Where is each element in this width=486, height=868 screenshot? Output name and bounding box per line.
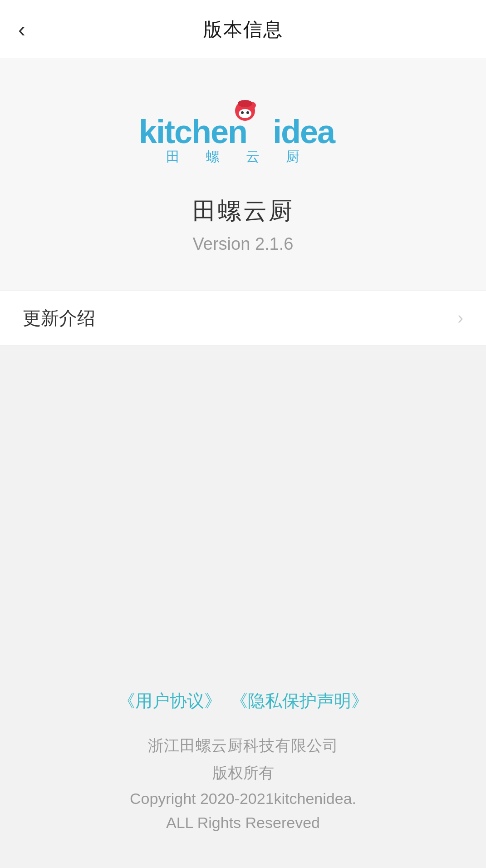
page-title: 版本信息 (203, 17, 283, 42)
app-version: Version 2.1.6 (193, 234, 294, 254)
svg-text:idea: idea (273, 114, 336, 150)
logo-section: kitchen idea 田 螺 云 厨 田螺云厨 Version 2.1.6 (0, 59, 486, 290)
logo-container: kitchen idea 田 螺 云 厨 (139, 95, 348, 168)
svg-text:田　螺　云　厨: 田 螺 云 厨 (166, 149, 306, 164)
logo-image: kitchen idea 田 螺 云 厨 (139, 95, 348, 168)
footer-all-rights: ALL Rights Resereved (166, 814, 320, 832)
chevron-right-icon: › (457, 308, 463, 328)
gray-area (0, 346, 486, 662)
app-name: 田螺云厨 (192, 195, 294, 227)
user-agreement-link[interactable]: 《用户协议》 (118, 689, 221, 713)
svg-text:kitchen: kitchen (139, 114, 247, 150)
privacy-policy-link[interactable]: 《隐私保护声明》 (231, 689, 368, 713)
footer-links: 《用户协议》 《隐私保护声明》 (118, 689, 368, 713)
update-intro-item[interactable]: 更新介绍 › (0, 291, 486, 346)
footer: 《用户协议》 《隐私保护声明》 浙江田螺云厨科技有限公司 版权所有 Copyri… (0, 662, 486, 868)
header: ‹ 版本信息 (0, 0, 486, 59)
svg-point-5 (238, 100, 252, 107)
footer-company: 浙江田螺云厨科技有限公司 (148, 735, 339, 756)
menu-section: 更新介绍 › (0, 291, 486, 346)
back-button[interactable]: ‹ (18, 19, 25, 40)
footer-rights: 版权所有 (212, 763, 274, 784)
update-intro-label: 更新介绍 (23, 306, 95, 331)
footer-copyright: Copyright 2020-2021kitchenidea. (130, 790, 356, 808)
